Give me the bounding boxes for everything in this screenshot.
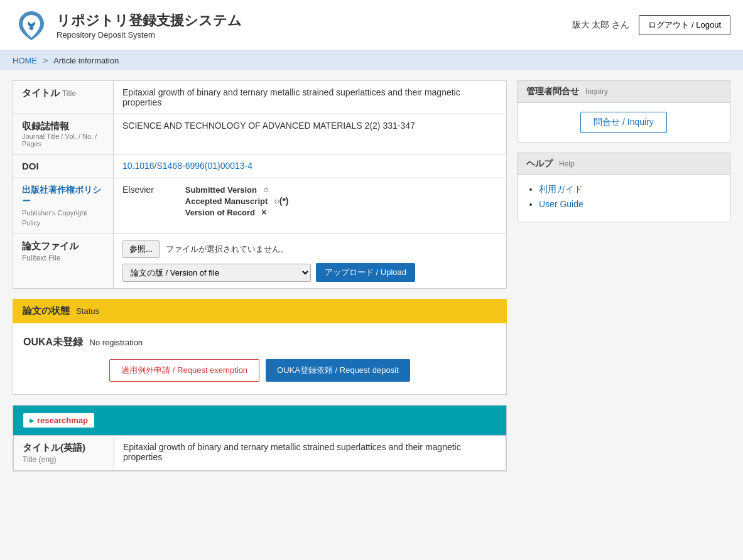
content-area: タイトル Title Epitaxial growth of binary an… xyxy=(13,80,507,471)
researchmap-header: ▶ researchmap xyxy=(13,406,506,435)
title-value-cell: Epitaxial growth of binary and ternary m… xyxy=(114,81,507,114)
researchmap-table: タイトル(英語) Title (eng) Epitaxial growth of… xyxy=(13,435,506,471)
researchmap-text-accent: map xyxy=(71,416,88,425)
version-rows: Submitted Version ○ Accepted Manuscript … xyxy=(185,185,289,217)
status-en-label: No registration xyxy=(90,338,143,347)
table-row-title: タイトル Title Epitaxial growth of binary an… xyxy=(13,81,507,114)
inquiry-box-body: 問合せ / Inquiry xyxy=(518,103,730,142)
version-row-accepted: Accepted Manuscript ○(*) xyxy=(185,196,289,206)
help-list: 利用ガイド User Guide xyxy=(539,184,721,209)
status-jp: OUKA未登録 xyxy=(23,337,83,347)
help-box-body: 利用ガイド User Guide xyxy=(518,175,730,222)
researchmap-title-value-cell: Epitaxial growth of binary and ternary m… xyxy=(114,436,506,471)
site-logo-icon xyxy=(13,6,50,44)
logo-en: Repository Deposit System xyxy=(57,30,242,40)
logo-text: リポジトリ登録支援システム Repository Deposit System xyxy=(57,11,242,40)
status-header: 論文の状態 Status xyxy=(13,299,507,323)
status-header-en: Status xyxy=(76,306,99,316)
doi-label-cell: DOI xyxy=(13,154,114,178)
version-row-submitted: Submitted Version ○ xyxy=(185,185,289,195)
researchmap-title-row: タイトル(英語) Title (eng) Epitaxial growth of… xyxy=(14,436,506,471)
help-link-guide[interactable]: 利用ガイド xyxy=(539,184,583,194)
title-label-jp: タイトル xyxy=(22,87,60,98)
table-row-fulltext: 論文ファイル Fulltext File 参照... ファイルが選択されていませ… xyxy=(13,234,507,289)
inquiry-header-jp: 管理者問合せ xyxy=(526,86,579,96)
list-item: 利用ガイド xyxy=(539,184,721,195)
researchmap-arrow-icon: ▶ xyxy=(30,417,35,424)
inquiry-box: 管理者問合せ Inquiry 問合せ / Inquiry xyxy=(517,80,730,143)
status-body: OUKA未登録 No registration 適用例外申請 / Request… xyxy=(13,323,507,395)
version-select[interactable]: 論文の版 / Version of file xyxy=(122,264,311,282)
fulltext-value-cell: 参照... ファイルが選択されていません。 論文の版 / Version of … xyxy=(114,234,507,289)
version-of-record-mark: × xyxy=(261,207,266,217)
main-layout: タイトル Title Epitaxial growth of binary an… xyxy=(0,70,743,482)
fulltext-label-jp: 論文ファイル xyxy=(22,240,79,251)
researchmap-title-value: Epitaxial growth of binary and ternary m… xyxy=(123,442,461,462)
user-name: 阪大 太郎 さん xyxy=(572,19,630,31)
table-row-copyright: 出版社著作権ポリシー Publisher's Copyright Policy … xyxy=(13,178,507,234)
fulltext-label-en: Fulltext File xyxy=(22,254,60,262)
copyright-policy-link[interactable]: 出版社著作権ポリシー xyxy=(22,185,101,206)
deposit-button[interactable]: OUKA登録依頼 / Request deposit xyxy=(266,359,410,382)
doi-label-jp: DOI xyxy=(22,161,39,171)
researchmap-logo-text: researchmap xyxy=(37,416,88,425)
copyright-value-cell: Elsevier Submitted Version ○ Accepted Ma… xyxy=(114,178,507,234)
page-header: リポジトリ登録支援システム Repository Deposit System … xyxy=(0,0,743,51)
version-of-record-label: Version of Record xyxy=(185,208,255,217)
sidebar: 管理者問合せ Inquiry 問合せ / Inquiry ヘルプ Help 利用… xyxy=(517,80,730,471)
upload-button[interactable]: アップロード / Upload xyxy=(316,263,415,282)
copyright-label-jp: 出版社著作権ポリシー xyxy=(22,185,101,206)
journal-value: SCIENCE AND TECHNOLOGY OF ADVANCED MATER… xyxy=(122,121,415,131)
copyright-label-cell: 出版社著作権ポリシー Publisher's Copyright Policy xyxy=(13,178,114,234)
journal-label-jp: 収録誌情報 xyxy=(22,121,69,131)
logout-button[interactable]: ログアウト / Logout xyxy=(639,15,730,35)
fulltext-label-cell: 論文ファイル Fulltext File xyxy=(13,234,114,289)
file-bottom: 論文の版 / Version of file アップロード / Upload xyxy=(122,263,497,282)
inquiry-box-header: 管理者問合せ Inquiry xyxy=(518,81,730,103)
browse-button[interactable]: 参照... xyxy=(122,240,160,258)
journal-value-cell: SCIENCE AND TECHNOLOGY OF ADVANCED MATER… xyxy=(114,114,507,154)
help-header-jp: ヘルプ xyxy=(526,158,553,168)
researchmap-logo: ▶ researchmap xyxy=(23,413,94,428)
version-row-record: Version of Record × xyxy=(185,207,289,217)
researchmap-title-label-en: Title (eng) xyxy=(23,455,57,464)
breadcrumb: HOME > Article information xyxy=(0,51,743,70)
help-userguide-label: User Guide xyxy=(539,199,583,209)
header-right: 阪大 太郎 さん ログアウト / Logout xyxy=(572,15,730,35)
researchmap-title-label-cell: タイトル(英語) Title (eng) xyxy=(14,436,114,471)
file-top: 参照... ファイルが選択されていません。 xyxy=(122,240,497,258)
inquiry-header-en: Inquiry xyxy=(585,87,608,96)
doi-link[interactable]: 10.1016/S1468-6996(01)00013-4 xyxy=(122,161,252,171)
breadcrumb-separator: > xyxy=(43,56,48,65)
title-label-cell: タイトル Title xyxy=(13,81,114,114)
article-info-table: タイトル Title Epitaxial growth of binary an… xyxy=(13,80,507,289)
researchmap-text-pre: research xyxy=(37,416,71,425)
help-box-header: ヘルプ Help xyxy=(518,153,730,175)
table-row-journal: 収録誌情報 Journal Title / Vol. / No. / Pages… xyxy=(13,114,507,154)
help-guide-label: 利用ガイド xyxy=(539,184,583,194)
researchmap-title-label-jp: タイトル(英語) xyxy=(23,442,85,453)
journal-label-cell: 収録誌情報 Journal Title / Vol. / No. / Pages xyxy=(13,114,114,154)
researchmap-section: ▶ researchmap タイトル(英語) Title (eng) Epita… xyxy=(13,405,507,471)
copyright-label-en: Publisher's Copyright Policy xyxy=(22,209,87,227)
inquiry-button[interactable]: 問合せ / Inquiry xyxy=(580,112,667,133)
researchmap-body: タイトル(英語) Title (eng) Epitaxial growth of… xyxy=(13,435,506,471)
accepted-manuscript-label: Accepted Manuscript xyxy=(185,197,268,206)
status-buttons: 適用例外申請 / Request exemption OUKA登録依頼 / Re… xyxy=(23,359,496,382)
breadcrumb-current: Article information xyxy=(53,56,119,65)
accepted-manuscript-mark: ○(*) xyxy=(274,196,288,206)
list-item: User Guide xyxy=(539,199,721,209)
status-title: OUKA未登録 No registration xyxy=(23,336,496,349)
help-box: ヘルプ Help 利用ガイド User Guide xyxy=(517,153,730,222)
status-header-jp: 論文の状態 xyxy=(23,305,70,316)
copyright-inner: Elsevier Submitted Version ○ Accepted Ma… xyxy=(122,185,497,217)
file-area: 参照... ファイルが選択されていません。 論文の版 / Version of … xyxy=(122,240,497,282)
submitted-version-label: Submitted Version xyxy=(185,185,257,195)
breadcrumb-home[interactable]: HOME xyxy=(13,56,37,65)
file-name-display: ファイルが選択されていません。 xyxy=(166,244,288,255)
exemption-button[interactable]: 適用例外申請 / Request exemption xyxy=(109,359,259,382)
title-value: Epitaxial growth of binary and ternary m… xyxy=(122,87,460,107)
help-header-en: Help xyxy=(559,159,575,168)
help-link-userguide[interactable]: User Guide xyxy=(539,199,583,209)
logo-area: リポジトリ登録支援システム Repository Deposit System xyxy=(13,6,242,44)
